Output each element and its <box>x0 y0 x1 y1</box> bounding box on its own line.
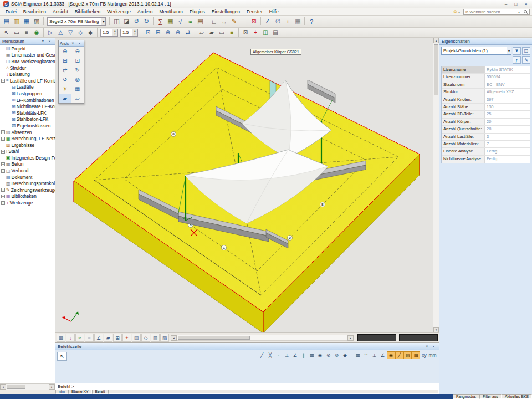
scroll-left-icon[interactable]: ◂ <box>171 335 177 341</box>
property-value[interactable]: 28 <box>485 126 530 132</box>
snap-points-icon[interactable]: ◉ <box>387 351 395 359</box>
expander-icon[interactable]: + <box>1 130 5 134</box>
named-view-icon[interactable]: ▤ <box>270 28 280 37</box>
expander-icon[interactable]: + <box>1 195 5 198</box>
parameters-icon[interactable]: ƒ <box>513 56 521 64</box>
tab-grid[interactable]: ⊞ <box>113 334 122 342</box>
close-icon[interactable]: × <box>47 38 53 44</box>
tracking-icon[interactable]: ∠ <box>378 351 387 359</box>
tree-item-berechnung-fe-netz[interactable]: +▦Berechnung, FE-Netz <box>0 135 55 142</box>
expander-icon[interactable]: + <box>1 137 5 141</box>
property-value[interactable]: 25 <box>485 111 530 117</box>
property-value[interactable]: Ryklin STATIK <box>485 66 530 73</box>
snap-endpoint-icon[interactable]: ◆ <box>341 351 349 359</box>
menu-bearbeiten[interactable]: Bearbeiten <box>20 8 49 15</box>
property-value[interactable]: 7 <box>485 141 530 147</box>
activity-icon[interactable]: ◫ <box>260 28 270 37</box>
hidden-line-icon[interactable]: ▭ <box>217 28 227 37</box>
tree-item-absenzen[interactable]: +▨Absenzen <box>0 129 55 136</box>
search-input[interactable] <box>465 9 518 14</box>
snap-solids-icon[interactable]: ▩ <box>412 351 420 359</box>
select-box-icon[interactable]: ▭ <box>12 28 22 37</box>
scrollbar-thumb[interactable] <box>7 385 25 389</box>
section-icon[interactable]: ∟ <box>209 17 219 26</box>
tree-item-beton[interactable]: +▩Beton <box>0 161 55 168</box>
tree-item-werkzeuge[interactable]: ++Werkzeuge <box>0 200 55 206</box>
wireframe-view-icon[interactable]: ▱ <box>71 94 84 103</box>
minimize-button[interactable]: – <box>501 1 511 8</box>
snap-grid-icon[interactable]: ▦ <box>308 351 316 359</box>
snap-tangent-icon[interactable]: ⊚ <box>332 351 341 359</box>
tree-item-belastung[interactable]: ↓Belastung <box>0 71 55 78</box>
redo-icon[interactable]: ↻ <box>141 17 151 26</box>
pan-icon[interactable]: ⇄ <box>183 28 193 37</box>
tree-item-lastgruppen[interactable]: ⊞Lastgruppen <box>0 90 55 97</box>
redraw-icon[interactable]: ◎ <box>71 75 84 84</box>
zoom-window-icon[interactable]: ⊞ <box>153 28 163 37</box>
property-row-lineare-analyse[interactable]: Lineare AnalyseFertig <box>442 148 530 155</box>
property-row-anzahl-knoten[interactable]: Anzahl Knoten:397 <box>442 96 530 104</box>
tab-settings[interactable]: ▧ <box>160 334 169 342</box>
viewport-vertical-scrollbar[interactable]: ▴ ▾ <box>433 38 439 332</box>
tree-item-ergebnisklassen[interactable]: ▧Ergebnisklassen <box>0 122 55 129</box>
view-front-icon[interactable]: ▷ <box>45 28 55 37</box>
expander-icon[interactable]: - <box>1 79 5 83</box>
print-icon[interactable]: ▨ <box>32 17 42 26</box>
help-search-box[interactable]: ▾ <box>463 9 530 15</box>
property-row-anzahl-lastfälle[interactable]: Anzahl Lastfälle:3 <box>442 134 530 141</box>
view-axo-icon[interactable]: ◇ <box>75 28 85 37</box>
shaded-icon[interactable]: ▰ <box>207 28 217 37</box>
tree-item-bibliotheken[interactable]: +▦Bibliotheken <box>0 193 55 200</box>
chevron-down-icon[interactable]: ▾ <box>70 40 76 46</box>
project-combo[interactable]: Segel2 x 70m FB Nurting▾ <box>47 17 106 26</box>
property-row-lizenznummer[interactable]: Lizenznummer555694 <box>442 74 530 81</box>
spin-down-icon[interactable]: ▾ <box>132 33 137 36</box>
property-value[interactable]: Fertig <box>485 156 530 163</box>
undo-icon[interactable]: ↺ <box>131 17 141 26</box>
scroll-right-icon[interactable]: ▸ <box>49 384 55 390</box>
tab-render[interactable]: ▰ <box>104 334 112 342</box>
tree-item-stahlbeton-lfk[interactable]: ⊞Stahlbeton-LFK <box>0 116 55 123</box>
zoom-out-icon[interactable]: ⊖ <box>173 28 183 37</box>
tab-labels[interactable]: ▤ <box>132 334 141 342</box>
line-grid-icon[interactable]: ▦ <box>354 351 362 359</box>
tree-item-lastfälle[interactable]: ⊟Lastfälle <box>0 84 55 91</box>
maximize-button[interactable]: □ <box>511 1 521 8</box>
property-row-anzahl-körper[interactable]: Anzahl Körper:20 <box>442 119 530 126</box>
light-icon[interactable]: ☀ <box>59 84 71 94</box>
scroll-up-icon[interactable]: ▴ <box>433 38 439 43</box>
clipping-box-icon[interactable]: ⊠ <box>241 28 250 37</box>
calculation-icon[interactable]: ∑ <box>155 17 165 26</box>
new-project-icon[interactable]: ▤ <box>2 17 12 26</box>
pin-icon[interactable]: ▾ <box>40 38 46 44</box>
snap-intersection-icon[interactable]: ╳ <box>266 351 274 359</box>
zoom-in-icon[interactable]: ⊕ <box>59 47 71 56</box>
pin-icon[interactable]: ▾ <box>424 344 430 349</box>
expander-icon[interactable]: + <box>1 169 5 173</box>
delete-icon[interactable]: − <box>239 17 249 26</box>
view-perspective-icon[interactable]: ◆ <box>85 28 95 37</box>
new-window-icon[interactable]: ◫ <box>522 47 530 55</box>
edit-properties-icon[interactable]: ✎ <box>522 56 530 64</box>
property-value[interactable]: 130 <box>485 104 530 110</box>
tree-item-lf-kombinationen[interactable]: ⊞LF-Kombinationen <box>0 97 55 104</box>
snap-surfaces-icon[interactable]: ▨ <box>403 351 412 359</box>
property-value[interactable]: 397 <box>485 96 530 103</box>
chevron-down-icon[interactable]: ▾ <box>458 10 460 14</box>
close-icon[interactable]: × <box>431 344 437 349</box>
scroll-right-icon[interactable]: ▸ <box>347 335 354 341</box>
grid-icon[interactable]: ▦ <box>293 17 303 26</box>
properties-combo[interactable]: Projekt-Grunddaten (1) ▾ <box>441 47 511 55</box>
expander-icon[interactable]: + <box>1 162 5 166</box>
tree-item-berechnungsprotokoll[interactable]: ▥Berechnungsprotokoll <box>0 180 55 187</box>
tree-item-verbund[interactable]: +◫Verbund <box>0 167 55 174</box>
scroll-down-icon[interactable]: ▾ <box>433 327 439 332</box>
view-top-icon[interactable]: ▽ <box>65 28 75 37</box>
tree-item-bim-werkzeugkasten[interactable]: ◫BIM-Werkzeugkasten <box>0 58 55 65</box>
tree-item-integriertes-design-forms[interactable]: ▣Integriertes Design Forms <box>0 155 55 161</box>
tree-item-linienraster-und-geschosse[interactable]: ▦Linienraster und Geschosse <box>0 52 55 59</box>
tab-load[interactable]: ↓ <box>66 334 75 342</box>
tab-section[interactable]: ∠ <box>94 334 103 342</box>
tree-item-projekt[interactable]: ▤Projekt <box>0 45 55 52</box>
tree-item-nichtlineare-lf-kombin[interactable]: ⊞Nichtlineare LF-Kombin <box>0 103 55 110</box>
